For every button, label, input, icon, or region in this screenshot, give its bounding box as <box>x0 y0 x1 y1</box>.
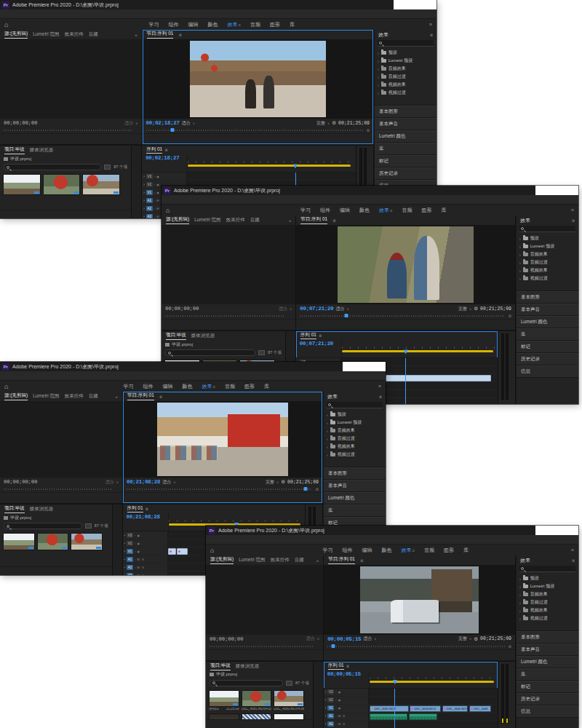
playhead-marker[interactable] <box>331 644 335 648</box>
panel-menu-icon[interactable]: ≣ <box>164 148 167 152</box>
effects-folder-row[interactable]: ›Lumetri 预设 <box>517 242 578 250</box>
workspace-tab[interactable]: 颜色 <box>208 21 218 28</box>
sync-lock-icon[interactable]: ▫ <box>135 534 135 537</box>
workspace-tab[interactable]: 编辑 <box>163 383 173 390</box>
workspace-tab[interactable]: 音频 <box>250 21 260 28</box>
fit-select[interactable]: 适合 <box>363 636 372 642</box>
wrench-icon[interactable]: ⚙ <box>474 306 478 312</box>
audio-clip[interactable] <box>409 713 437 720</box>
media-thumbnail[interactable] <box>37 533 69 550</box>
track-toggle-icons[interactable]: M S <box>137 566 145 569</box>
project-breadcrumb[interactable]: 毕设.prproj <box>216 671 237 678</box>
track-header[interactable]: •A2▫M S <box>123 563 168 571</box>
collapsed-panel-tab[interactable]: 信息 <box>517 705 578 718</box>
workspace-tab[interactable]: 库 <box>441 207 446 214</box>
settings-gear-icon[interactable]: ⚙ <box>367 128 370 132</box>
chevron-right-icon[interactable]: › <box>327 437 328 441</box>
panel-tab[interactable]: 效果控件 <box>271 557 290 563</box>
chevron-right-icon[interactable]: › <box>519 277 521 281</box>
track-toggle-icons[interactable]: ◉ <box>338 698 342 702</box>
workspace-tab[interactable]: 组件 <box>143 383 154 390</box>
collapsed-panel-tab[interactable]: 历史记录 <box>375 167 436 180</box>
effects-folder-row[interactable]: ›预设 <box>375 49 436 57</box>
source-fit-select[interactable]: 适合 <box>279 306 287 312</box>
effects-folder-row[interactable]: ›视频效果 <box>375 81 436 89</box>
panel-tab[interactable]: Lumetri 范围 <box>239 557 265 563</box>
timeline-ruler[interactable] <box>187 154 356 172</box>
panel-tab[interactable]: 源:(无剪辑) <box>4 392 28 400</box>
workspace-tab[interactable]: 库 <box>264 383 269 390</box>
in-out-filter-icon[interactable] <box>104 165 111 170</box>
effects-folder-row[interactable]: ›视频效果 <box>324 443 386 451</box>
track-toggle-icons[interactable]: ◉ <box>137 550 141 553</box>
project-breadcrumb[interactable]: 毕设.prproj <box>172 341 193 348</box>
panel-menu-icon[interactable]: ≣ <box>159 395 162 399</box>
project-panel-tab[interactable]: 项目:毕设 <box>4 505 25 513</box>
playhead-marker[interactable] <box>303 487 307 491</box>
project-breadcrumb[interactable]: 毕设.prproj <box>10 156 31 162</box>
work-area-bar[interactable] <box>188 165 351 167</box>
workspace-overflow-icon[interactable]: » <box>378 384 381 389</box>
effects-folder-row[interactable]: ›音频过渡 <box>517 258 578 266</box>
settings-gear-icon[interactable]: ⚙ <box>316 487 319 491</box>
track-target-badge[interactable]: A2 <box>327 721 334 727</box>
effects-folder-row[interactable]: ›预设 <box>517 234 578 242</box>
sync-lock-icon[interactable]: ▫ <box>335 706 336 710</box>
panel-menu-icon[interactable]: ≣ <box>146 507 148 511</box>
panel-tab[interactable]: Lumetri 范围 <box>33 31 59 38</box>
fit-select[interactable]: 适合 <box>182 120 191 127</box>
track-target-badge[interactable]: V3 <box>127 533 133 538</box>
track-target-badge[interactable]: A2 <box>127 565 133 570</box>
track-target-badge[interactable]: V3 <box>327 689 334 695</box>
effects-folder-row[interactable]: ›视频效果 <box>517 266 578 274</box>
panel-tabs-overflow-icon[interactable]: » <box>316 558 319 563</box>
project-search-input[interactable] <box>4 164 101 170</box>
chevron-right-icon[interactable]: › <box>519 245 521 249</box>
workspace-tab[interactable]: 效果 <box>379 207 392 214</box>
workspace-tab[interactable]: 颜色 <box>359 207 370 214</box>
chevron-right-icon[interactable]: › <box>378 75 379 79</box>
chevron-right-icon[interactable]: › <box>378 67 379 71</box>
collapsed-panel-tab[interactable]: 库 <box>375 143 436 155</box>
effects-folder-row[interactable]: ›视频过渡 <box>375 89 436 97</box>
track-toggle-icons[interactable]: M S <box>338 714 346 718</box>
effects-folder-row[interactable]: ›视频效果 <box>517 606 578 614</box>
lock-icon[interactable]: • <box>143 207 145 210</box>
project-search-input[interactable] <box>165 349 255 356</box>
lock-icon[interactable]: • <box>124 558 126 561</box>
track-toggle-icons[interactable]: ◉ <box>156 191 160 194</box>
work-area-bar[interactable] <box>342 350 493 352</box>
workspace-tab[interactable]: 颜色 <box>382 547 392 554</box>
collapsed-panel-tab[interactable]: 基本声音 <box>375 118 436 130</box>
effects-folder-row[interactable]: ›Lumetri 预设 <box>324 419 386 427</box>
track-header[interactable]: •A1▫M S <box>324 713 369 720</box>
sync-lock-icon[interactable]: ▫ <box>154 207 155 210</box>
title-bar[interactable]: Pr Adobe Premiere Pro 2020 - D:\桌面\毕设.pr… <box>0 0 436 9</box>
resolution-select[interactable]: 完整 <box>316 120 325 127</box>
collapsed-panel-tab[interactable]: 库 <box>517 668 578 681</box>
sequence-tab[interactable]: 序列 01 <box>146 146 162 154</box>
work-area-bar[interactable] <box>370 681 494 683</box>
workspace-tab[interactable]: 图形 <box>421 207 431 214</box>
track-target-badge[interactable]: V2 <box>127 541 133 546</box>
wrench-icon[interactable]: ⚙ <box>281 479 285 485</box>
effects-folder-row[interactable]: ›视频过渡 <box>517 274 578 282</box>
playhead-marker[interactable] <box>345 314 348 317</box>
workspace-tab[interactable]: 编辑 <box>340 207 350 214</box>
track-header[interactable]: •V3▫◉ <box>324 689 369 696</box>
sequence-tab[interactable]: 序列 01 <box>328 662 344 670</box>
effects-folder-row[interactable]: ›音频效果 <box>517 590 578 598</box>
panel-tab[interactable]: 源:(无剪辑) <box>4 31 28 39</box>
collapsed-panel-tab[interactable]: 历史记录 <box>517 353 578 365</box>
sync-lock-icon[interactable]: ▫ <box>335 698 336 702</box>
workspace-tab[interactable]: 库 <box>463 547 469 554</box>
collapsed-panel-tab[interactable]: 基本声音 <box>517 304 578 316</box>
lock-icon[interactable]: • <box>124 542 126 545</box>
collapsed-panel-tab[interactable]: 基本图形 <box>375 106 436 118</box>
sync-lock-icon[interactable]: ▫ <box>335 722 336 726</box>
program-tab[interactable]: 节目:序列 01 <box>147 31 174 39</box>
workspace-tab[interactable]: 组件 <box>320 207 330 214</box>
track-header[interactable]: •V3▫◉ <box>142 173 187 180</box>
track-toggle-icons[interactable]: ◉ <box>137 542 141 545</box>
sync-lock-icon[interactable]: ▫ <box>154 215 155 218</box>
